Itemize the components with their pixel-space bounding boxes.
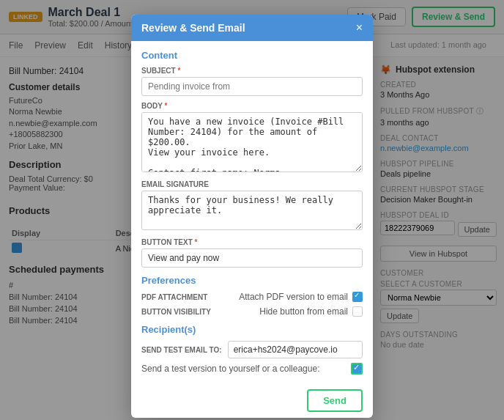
signature-textarea[interactable]: Thanks for your business! We really appr… <box>141 191 363 230</box>
subject-required: * <box>177 67 180 75</box>
preferences-title: Preferences <box>141 275 363 286</box>
send-button[interactable]: Send <box>307 389 363 412</box>
button-visibility-control: Hide button from email <box>259 306 363 317</box>
test-version-checkbox[interactable] <box>351 363 363 375</box>
modal-close-button[interactable]: × <box>356 22 363 34</box>
pdf-attachment-row: PDF ATTACHMENT Attach PDF version to ema… <box>141 292 363 302</box>
content-section-title: Content <box>141 50 363 61</box>
modal-footer: Send <box>131 383 373 418</box>
body-textarea[interactable]: You have a new invoice (Invoice #Bill Nu… <box>141 112 363 172</box>
signature-label: EMAIL SIGNATURE <box>141 180 363 188</box>
modal-header: Review & Send Email × <box>131 15 373 41</box>
recipients-section: Recipient(s) SEND TEST EMAIL TO: Send a … <box>141 324 363 375</box>
subject-label: SUBJECT * <box>141 67 363 75</box>
button-text-required: * <box>195 238 198 246</box>
button-text-label: BUTTON TEXT * <box>141 238 363 246</box>
review-send-modal: Review & Send Email × Content SUBJECT * … <box>131 15 373 418</box>
button-visibility-text: Hide button from email <box>259 306 348 317</box>
pdf-checkbox[interactable] <box>352 292 363 302</box>
send-test-row: SEND TEST EMAIL TO: <box>141 341 363 358</box>
body-label: BODY * <box>141 102 363 110</box>
button-visibility-row: BUTTON VISIBILITY Hide button from email <box>141 306 363 317</box>
button-text-input[interactable] <box>141 248 363 268</box>
subject-input[interactable] <box>141 77 363 96</box>
send-test-label: SEND TEST EMAIL TO: <box>141 346 222 354</box>
body-required: * <box>165 102 168 110</box>
pdf-label: PDF ATTACHMENT <box>141 293 207 301</box>
preferences-section: Preferences PDF ATTACHMENT Attach PDF ve… <box>141 275 363 317</box>
modal-body: Content SUBJECT * BODY * You have a new … <box>131 41 373 383</box>
modal-title: Review & Send Email <box>141 22 245 34</box>
pdf-control-text: Attach PDF version to email <box>239 292 348 302</box>
send-test-input[interactable] <box>228 341 363 358</box>
recipients-title: Recipient(s) <box>141 324 363 335</box>
test-version-row: Send a test version to yourself or a col… <box>141 363 363 375</box>
button-visibility-label: BUTTON VISIBILITY <box>141 308 211 316</box>
page-background: LINKED March Deal 1 Total: $200.00 / Amo… <box>0 0 504 420</box>
pdf-control: Attach PDF version to email <box>239 292 363 302</box>
test-version-text: Send a test version to yourself or a col… <box>141 364 319 374</box>
modal-overlay: Review & Send Email × Content SUBJECT * … <box>0 0 504 420</box>
button-visibility-checkbox[interactable] <box>352 306 363 317</box>
